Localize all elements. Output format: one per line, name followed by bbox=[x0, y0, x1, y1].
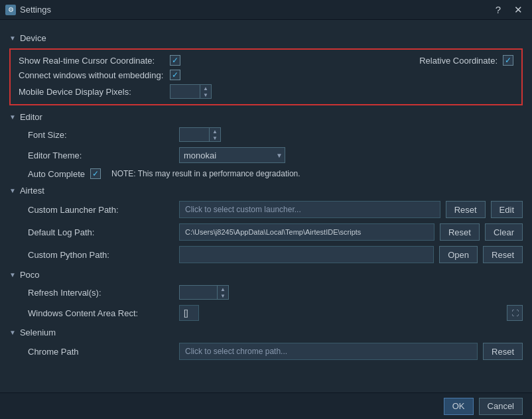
main-content: ▼ Device Show Real-time Cursor Coordinat… bbox=[0, 20, 532, 399]
auto-complete-note: NOTE: This may result in a performance d… bbox=[111, 169, 300, 178]
device-collapse-arrow[interactable]: ▼ bbox=[9, 34, 16, 42]
chrome-path-field[interactable]: Click to select chrome path... bbox=[179, 343, 478, 360]
font-size-spinbox: 14 ▲ ▼ bbox=[179, 127, 221, 142]
refresh-interval-down[interactable]: ▼ bbox=[218, 292, 228, 299]
auto-complete-checkbox[interactable] bbox=[90, 168, 101, 179]
poco-collapse-arrow[interactable]: ▼ bbox=[9, 271, 16, 278]
connect-windows-label: Connect windows without embedding: bbox=[19, 70, 165, 80]
custom-launcher-placeholder: Click to select custom launcher... bbox=[185, 205, 301, 214]
windows-content-rect-value: [] bbox=[179, 305, 199, 321]
default-log-reset-button[interactable]: Reset bbox=[440, 223, 480, 241]
mobile-pixels-arrows: ▲ ▼ bbox=[200, 84, 212, 99]
refresh-interval-spinbox: 2.00 ▲ ▼ bbox=[179, 285, 229, 300]
relative-coordinate-label: Relative Coordinate: bbox=[419, 56, 498, 66]
device-section-label: Device bbox=[20, 33, 46, 43]
font-size-up[interactable]: ▲ bbox=[210, 128, 220, 135]
help-button[interactable]: ? bbox=[492, 2, 505, 18]
custom-launcher-row: Custom Launcher Path: Click to select cu… bbox=[28, 201, 523, 218]
refresh-interval-input[interactable]: 2.00 bbox=[179, 285, 218, 300]
refresh-interval-arrows: ▲ ▼ bbox=[218, 285, 229, 300]
poco-section-label: Poco bbox=[20, 270, 40, 280]
default-log-clear-button[interactable]: Clear bbox=[485, 223, 523, 241]
mobile-pixels-spinbox: 800 ▲ ▼ bbox=[170, 84, 212, 99]
chrome-path-reset-button[interactable]: Reset bbox=[483, 343, 523, 360]
font-size-label: Font Size: bbox=[28, 130, 174, 140]
mobile-pixels-down[interactable]: ▼ bbox=[200, 91, 211, 98]
cancel-button[interactable]: Cancel bbox=[479, 398, 523, 415]
window-title: Settings bbox=[20, 5, 492, 15]
refresh-interval-row: Refresh Interval(s): 2.00 ▲ ▼ bbox=[28, 285, 523, 300]
editor-theme-dropdown[interactable]: monokai default dark light bbox=[179, 147, 285, 163]
cursor-coordinate-row: Show Real-time Cursor Coordinate: Relati… bbox=[19, 55, 513, 66]
mobile-pixels-input[interactable]: 800 bbox=[170, 84, 200, 99]
bottom-bar: OK Cancel bbox=[0, 392, 532, 419]
editor-theme-dropdown-wrap: monokai default dark light ▼ bbox=[179, 147, 285, 163]
app-icon: ⚙ bbox=[5, 5, 16, 15]
connect-windows-checkbox[interactable] bbox=[170, 70, 180, 80]
expand-icon: ⛶ bbox=[511, 309, 519, 317]
default-log-value: C:\Users\j8245\AppData\Local\Temp\Airtes… bbox=[185, 228, 361, 236]
cursor-coordinate-checkbox[interactable] bbox=[170, 55, 180, 66]
font-size-input[interactable]: 14 bbox=[179, 127, 210, 142]
custom-python-open-button[interactable]: Open bbox=[439, 246, 478, 263]
airtest-section-label: Airtest bbox=[20, 186, 44, 196]
mobile-pixels-label: Mobile Device Display Pixels: bbox=[19, 87, 165, 97]
custom-python-field[interactable] bbox=[179, 246, 434, 263]
poco-section-header: ▼ Poco bbox=[9, 270, 523, 280]
selenium-section-label: Selenium bbox=[20, 328, 56, 337]
custom-python-row: Custom Python Path: Open Reset bbox=[28, 246, 523, 263]
editor-theme-row: Editor Theme: monokai default dark light… bbox=[28, 147, 523, 163]
connect-windows-row: Connect windows without embedding: bbox=[19, 70, 513, 80]
refresh-interval-label: Refresh Interval(s): bbox=[28, 288, 174, 298]
chrome-path-label: Chrome Path bbox=[28, 347, 174, 357]
auto-complete-label: Auto Complete bbox=[28, 169, 85, 179]
default-log-label: Default Log Path: bbox=[28, 227, 174, 237]
device-section-header: ▼ Device bbox=[9, 33, 523, 43]
refresh-interval-up[interactable]: ▲ bbox=[218, 286, 228, 292]
selenium-section-header: ▼ Selenium bbox=[9, 328, 523, 337]
chrome-path-placeholder: Click to select chrome path... bbox=[185, 347, 287, 356]
selenium-collapse-arrow[interactable]: ▼ bbox=[9, 329, 16, 336]
titlebar: ⚙ Settings ? ✕ bbox=[0, 0, 532, 20]
relative-coordinate-checkbox[interactable] bbox=[503, 55, 513, 66]
font-size-arrows: ▲ ▼ bbox=[210, 127, 221, 142]
close-button[interactable]: ✕ bbox=[510, 2, 527, 18]
editor-theme-label: Editor Theme: bbox=[28, 150, 174, 160]
custom-launcher-edit-button[interactable]: Edit bbox=[491, 201, 523, 218]
windows-content-rect-label: Windows Content Area Rect: bbox=[28, 308, 174, 318]
editor-section-label: Editor bbox=[20, 112, 42, 122]
editor-collapse-arrow[interactable]: ▼ bbox=[9, 113, 16, 121]
custom-python-label: Custom Python Path: bbox=[28, 250, 174, 260]
default-log-field[interactable]: C:\Users\j8245\AppData\Local\Temp\Airtes… bbox=[179, 223, 434, 241]
airtest-collapse-arrow[interactable]: ▼ bbox=[9, 187, 16, 194]
ok-button[interactable]: OK bbox=[444, 398, 474, 415]
custom-launcher-field[interactable]: Click to select custom launcher... bbox=[179, 201, 440, 218]
mobile-pixels-up[interactable]: ▲ bbox=[200, 85, 211, 91]
mobile-pixels-row: Mobile Device Display Pixels: 800 ▲ ▼ bbox=[19, 84, 513, 99]
airtest-section-header: ▼ Airtest bbox=[9, 186, 523, 196]
auto-complete-row: Auto Complete NOTE: This may result in a… bbox=[28, 168, 523, 179]
chrome-path-row: Chrome Path Click to select chrome path.… bbox=[28, 343, 523, 360]
device-section-box: Show Real-time Cursor Coordinate: Relati… bbox=[9, 48, 523, 105]
font-size-row: Font Size: 14 ▲ ▼ bbox=[28, 127, 523, 142]
rect-expand-button[interactable]: ⛶ bbox=[507, 305, 523, 321]
font-size-down[interactable]: ▼ bbox=[210, 135, 220, 141]
custom-launcher-reset-button[interactable]: Reset bbox=[446, 201, 486, 218]
editor-section-header: ▼ Editor bbox=[9, 112, 523, 122]
titlebar-controls: ? ✕ bbox=[492, 2, 527, 18]
windows-content-rect-row: Windows Content Area Rect: [] ⛶ bbox=[28, 305, 523, 321]
custom-launcher-label: Custom Launcher Path: bbox=[28, 205, 174, 215]
default-log-row: Default Log Path: C:\Users\j8245\AppData… bbox=[28, 223, 523, 241]
cursor-coordinate-label: Show Real-time Cursor Coordinate: bbox=[19, 56, 165, 66]
custom-python-reset-button[interactable]: Reset bbox=[483, 246, 523, 263]
